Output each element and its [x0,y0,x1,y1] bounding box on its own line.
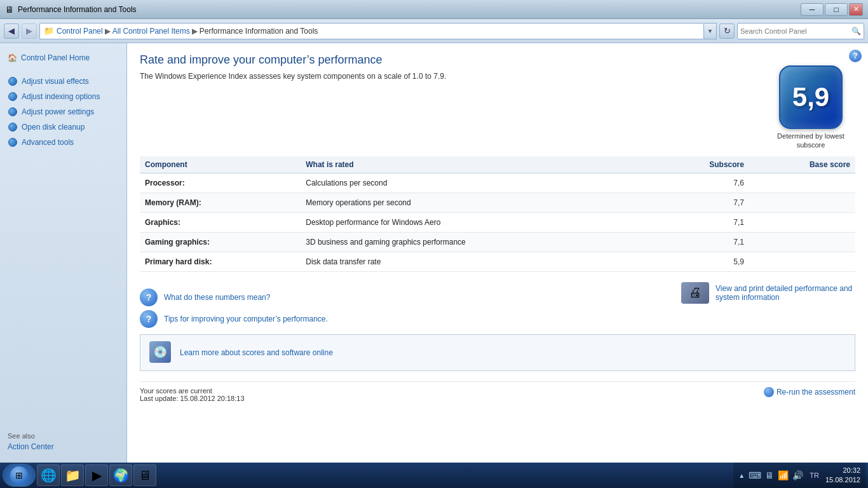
info-box-icon: 💿 [149,341,172,364]
row2-component: Graphics: [145,218,180,227]
search-input[interactable] [740,27,851,35]
close-icon: ✕ [853,5,859,13]
question-icon-2: ? [140,310,158,328]
refresh-button[interactable]: ↻ [719,24,735,39]
maximize-button[interactable]: □ [825,3,848,16]
sidebar-item-visual-effects[interactable]: Adjust visual effects [0,74,126,89]
table-row: Gaming graphics: 3D business and gaming … [140,232,855,252]
main-layout: 🏠 Control Panel Home Adjust visual effec… [0,43,868,463]
system-tray: ▲ ⌨ 🖥 📶 🔊 TR 20:32 15.08.2012 [733,463,865,488]
clock-time: 20:32 [825,466,860,475]
forward-icon: ▶ [26,26,32,36]
search-icon: 🔍 [851,27,861,36]
sidebar-item-disk-cleanup[interactable]: Open disk cleanup [0,119,126,135]
address-path-root[interactable]: Control Panel [57,27,103,36]
see-also-action-center[interactable]: Action Center [8,442,54,451]
row3-basescore [749,232,855,252]
link-numbers-meaning[interactable]: What do these numbers mean? [164,293,270,302]
row0-what: Calculations per second [301,173,655,193]
row1-what: Memory operations per second [301,193,655,212]
chrome-icon: 🌍 [113,468,129,483]
question-icon-1: ? [140,288,158,306]
status-last-update: Last update: 15.08.2012 20:18:13 [140,395,245,402]
sidebar-home-label: Control Panel Home [21,53,90,62]
row1-subscore: 7,7 [655,193,749,212]
table-row: Memory (RAM): Memory operations per seco… [140,193,855,212]
start-orb: ⊞ [10,466,28,484]
controlpanel-icon: 🖥 [139,468,151,483]
links-area: ? What do these numbers mean? ? Tips for… [140,282,855,328]
sidebar-label-indexing: Adjust indexing options [22,92,100,101]
tray-network-icon: 📶 [778,470,789,480]
rerun-link[interactable]: Re-run the assessment [764,387,855,397]
taskbar-media[interactable]: ▶ [85,464,108,486]
col-basescore: Base score [749,156,855,173]
row1-component: Memory (RAM): [145,198,201,207]
back-icon: ◀ [8,26,15,36]
help-button[interactable]: ? [849,50,862,62]
performance-table: Component What is rated Subscore Base sc… [140,156,855,272]
row4-what: Disk data transfer rate [301,252,655,271]
power-icon [8,107,18,117]
clock-date: 15.08.2012 [825,475,860,485]
page-subtitle: The Windows Experience Index assesses ke… [140,72,855,81]
sidebar-label-visual-effects: Adjust visual effects [22,77,89,86]
row4-basescore [749,252,855,271]
link-tips[interactable]: Tips for improving your computer’s perfo… [164,315,328,323]
row0-component: Processor: [145,179,185,187]
folder-icon: 📁 [44,26,54,36]
row3-subscore: 7,1 [655,232,749,252]
sidebar-item-home[interactable]: 🏠 Control Panel Home [0,50,126,66]
score-badge: 5,9 [779,65,843,129]
tray-volume-icon: 🔊 [792,470,803,480]
taskbar-explorer[interactable]: 📁 [61,464,84,486]
minimize-button[interactable]: ─ [801,3,824,16]
maximize-icon: □ [834,5,838,14]
table-row: Primary hard disk: Disk data transfer ra… [140,252,855,271]
titlebar-left: 🖥 Performance Information and Tools [5,4,137,15]
row4-subscore: 5,9 [655,252,749,271]
media-icon: ▶ [92,468,102,483]
language-button[interactable]: TR [807,470,822,480]
addressbar: ◀ ▶ 📁 Control Panel ▶ All Control Panel … [0,19,868,43]
row2-basescore [749,212,855,232]
taskbar-chrome[interactable]: 🌍 [109,464,132,486]
col-what: What is rated [301,156,655,173]
sidebar-item-indexing[interactable]: Adjust indexing options [0,89,126,104]
table-row: Processor: Calculations per second 7,6 [140,173,855,193]
taskbar-controlpanel[interactable]: 🖥 [133,464,156,486]
link-learn-more[interactable]: Learn more about scores and software onl… [180,348,333,357]
software-icon: 💿 [149,341,171,363]
address-sep-2: ▶ [192,27,198,36]
address-sep-1: ▶ [105,27,111,36]
col-subscore: Subscore [655,156,749,173]
tray-expand-icon[interactable]: ▲ [738,472,745,479]
see-also-section: See also Action Center [0,427,126,456]
start-button[interactable]: ⊞ [3,464,36,487]
row1-basescore [749,193,855,212]
refresh-icon: ↻ [724,26,731,36]
sidebar-item-advanced-tools[interactable]: Advanced tools [0,135,126,150]
close-button[interactable]: ✕ [849,3,863,16]
forward-button[interactable]: ▶ [22,24,37,39]
titlebar-title: Performance Information and Tools [18,5,137,14]
taskbar-ie[interactable]: 🌐 [37,464,60,486]
taskbar: ⊞ 🌐 📁 ▶ 🌍 🖥 ▲ ⌨ 🖥 📶 🔊 TR 20:32 15.08.201… [0,463,868,488]
address-dropdown-button[interactable]: ▼ [704,23,717,39]
sidebar-label-power: Adjust power settings [22,107,94,116]
row4-component: Primary hard disk: [145,257,212,266]
link-row-2: ? Tips for improving your computer’s per… [140,310,328,328]
address-path-level3: Performance Information and Tools [200,27,318,36]
sidebar-item-power[interactable]: Adjust power settings [0,104,126,119]
quick-links: ? What do these numbers mean? ? Tips for… [140,288,328,328]
link-view-print[interactable]: View and print detailed performance and … [715,284,855,302]
row2-subscore: 7,1 [655,212,749,232]
back-button[interactable]: ◀ [4,24,19,39]
see-also-title: See also [8,432,119,440]
col-component: Component [140,156,301,173]
address-path-level2[interactable]: All Control Panel Items [112,27,190,36]
address-path[interactable]: 📁 Control Panel ▶ All Control Panel Item… [39,23,704,39]
explorer-icon: 📁 [65,468,81,483]
help-icon: ? [853,51,857,60]
status-text-container: Your scores are current Last update: 15.… [140,387,245,402]
